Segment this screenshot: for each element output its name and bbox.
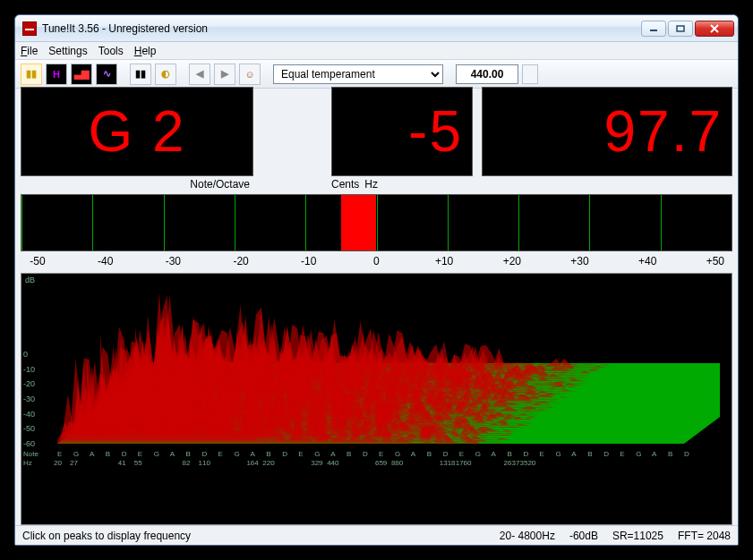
meter-tick-label: +20 — [497, 255, 527, 267]
meter-display — [21, 194, 732, 251]
menu-file[interactable]: File — [21, 45, 38, 57]
close-button[interactable] — [695, 21, 734, 37]
temperament-select[interactable]: Equal temperament — [273, 64, 443, 84]
menu-tools[interactable]: Tools — [98, 45, 124, 57]
note-display: G 2 — [21, 87, 253, 176]
a4-frequency-input[interactable] — [456, 64, 518, 84]
menubar: File Settings Tools Help — [15, 42, 738, 60]
spectrum-display[interactable] — [21, 273, 732, 525]
status-range: 20- 4800Hz — [500, 530, 555, 542]
meter-scale: -50-40-30-20-100+10+20+30+40+50 — [21, 255, 732, 267]
window-controls — [641, 21, 734, 37]
pause-button[interactable]: ▮▮ — [130, 64, 151, 85]
statusbar: Click on peaks to display frequency 20- … — [15, 525, 738, 545]
maximize-button[interactable] — [668, 21, 693, 37]
meter-gridline — [235, 195, 235, 250]
window-title: Tune!It 3.56 - Unregistered version — [42, 22, 208, 35]
meter-gridline — [518, 195, 519, 250]
meter-tick-label: -40 — [90, 255, 121, 267]
meter-tick-label: +50 — [700, 255, 731, 267]
note-label: Note/Octave — [190, 178, 253, 191]
hz-label: Hz — [364, 178, 378, 191]
listen-button[interactable]: ◐ — [155, 64, 176, 85]
meter-tick-label: -20 — [226, 255, 256, 267]
app-icon — [22, 21, 37, 36]
menu-help[interactable]: Help — [134, 45, 157, 57]
meter-gridline — [92, 195, 93, 250]
hz-spacer — [726, 178, 732, 191]
meter-gridline — [21, 195, 22, 250]
meter-gridline — [164, 195, 165, 250]
next-button[interactable]: ▶ — [214, 64, 235, 85]
titlebar[interactable]: Tune!It 3.56 - Unregistered version — [15, 15, 738, 42]
deviation-meter: -50-40-30-20-100+10+20+30+40+50 — [21, 194, 732, 269]
view-waveform-button[interactable]: ∿ — [96, 64, 117, 85]
meter-gridline — [661, 195, 662, 250]
meter-gridline — [305, 195, 306, 250]
meter-tick-label: -10 — [294, 255, 324, 267]
meter-tick-label: +10 — [429, 255, 459, 267]
cents-display: -5 — [331, 87, 473, 176]
maximize-icon — [676, 25, 685, 32]
readout-row: G 2 Note/Octave -5 Cents Hz 97.7 — [21, 92, 732, 191]
hz-display: 97.7 — [482, 87, 732, 176]
status-sr: SR=11025 — [612, 530, 663, 542]
meter-gridline — [732, 195, 732, 250]
meter-tick-label: -50 — [22, 255, 53, 267]
prev-button[interactable]: ◀ — [189, 64, 210, 85]
meter-tick-label: +40 — [632, 255, 663, 267]
view-waterfall-button[interactable]: ▃▆ — [71, 64, 92, 85]
meter-bar — [341, 195, 377, 250]
meter-tick-label: -30 — [158, 255, 188, 267]
svg-rect-0 — [650, 30, 657, 31]
svg-rect-1 — [677, 26, 684, 31]
menu-settings[interactable]: Settings — [48, 45, 87, 57]
toolbar: ▮▮ H ▃▆ ∿ ▮▮ ◐ ◀ ▶ ☺ Equal temperament — [15, 60, 738, 89]
minimize-icon — [649, 25, 658, 32]
status-db: -60dB — [569, 530, 598, 542]
view-spectrum-button[interactable]: ▮▮ — [21, 64, 42, 85]
meter-gridline — [589, 195, 590, 250]
meter-tick-label: 0 — [361, 255, 391, 267]
status-fft: FFT= 2048 — [678, 530, 731, 542]
close-icon — [709, 24, 720, 33]
tuner-head-button[interactable]: ☺ — [239, 64, 261, 85]
meter-gridline — [377, 195, 378, 250]
meter-gridline — [448, 195, 449, 250]
a4-aux-button[interactable] — [522, 64, 538, 84]
view-histogram-button[interactable]: H — [46, 64, 67, 85]
meter-tick-label: +30 — [565, 255, 595, 267]
content-area: G 2 Note/Octave -5 Cents Hz 97.7 -50-40-… — [15, 89, 738, 525]
status-hint: Click on peaks to display frequency — [22, 530, 191, 542]
minimize-button[interactable] — [641, 21, 666, 37]
cents-label: Cents — [331, 178, 359, 191]
app-window: Tune!It 3.56 - Unregistered version File… — [14, 14, 739, 546]
